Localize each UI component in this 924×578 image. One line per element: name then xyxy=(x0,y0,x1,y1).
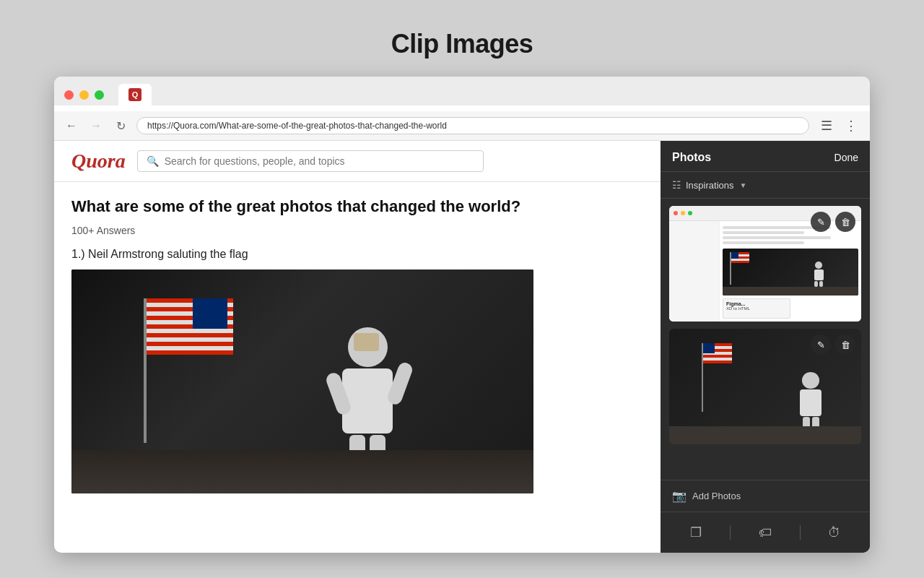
menu-lines-icon[interactable]: ☰ xyxy=(816,116,837,136)
toolbar-divider xyxy=(730,525,731,540)
photo-item-2: ✎ 🗑 xyxy=(669,329,861,444)
more-options-icon[interactable]: ⋮ xyxy=(841,116,861,136)
thumb-close-dot xyxy=(674,211,678,215)
chevron-down-icon: ▼ xyxy=(739,181,746,189)
answer-heading: 1.) Neil Armstrong saluting the flag xyxy=(71,248,650,261)
search-input[interactable] xyxy=(165,155,474,167)
minimize-button[interactable] xyxy=(79,90,89,100)
edit-photo-2-button[interactable]: ✎ xyxy=(811,335,831,355)
page-title: Clip Images xyxy=(391,29,533,59)
tag-tool-button[interactable]: 🏷 xyxy=(752,519,778,545)
add-photos-icon: 📷 xyxy=(672,489,687,503)
delete-photo-2-button[interactable]: 🗑 xyxy=(835,335,855,355)
quora-logo: Quora xyxy=(71,150,126,173)
thumb-content: Figma... XD to HTML xyxy=(669,221,861,322)
expand-tool-button[interactable]: ❐ xyxy=(683,519,709,545)
astronaut-helmet xyxy=(348,327,388,367)
photo-item-2-actions: ✎ 🗑 xyxy=(811,335,855,355)
quora-search[interactable]: 🔍 xyxy=(137,150,484,172)
moon-thumb-astronaut xyxy=(796,372,825,430)
astronaut-left-arm xyxy=(324,371,352,416)
maximize-button[interactable] xyxy=(95,90,104,100)
moon-surface-thumb xyxy=(669,426,861,444)
toolbar-divider-2 xyxy=(800,525,801,540)
refresh-button[interactable]: ↻ xyxy=(112,117,129,134)
photo-item-1-actions: ✎ 🗑 xyxy=(811,212,855,232)
browser-window: Q ← → ↻ ☰ ⋮ Quora 🔍 xyxy=(54,77,870,553)
photo-item-1: Figma... XD to HTML ✎ 🗑 xyxy=(669,206,861,322)
answers-count: 100+ Answers xyxy=(71,225,650,236)
browser-content: Quora 🔍 What are some of the great photo… xyxy=(54,141,870,553)
forward-button[interactable]: → xyxy=(87,117,105,134)
browser-toolbar: ← → ↻ ☰ ⋮ xyxy=(54,111,870,141)
photos-done-button[interactable]: Done xyxy=(834,152,858,163)
browser-titlebar: Q xyxy=(64,84,860,105)
moon-thumb-flag xyxy=(691,343,734,423)
panel-toolbar: ❐ 🏷 ⏱ xyxy=(661,512,870,553)
thumb-line xyxy=(723,241,804,244)
filter-grid-icon: ☷ xyxy=(672,179,681,191)
astronaut-figure xyxy=(331,327,404,457)
photos-filter-row[interactable]: ☷ Inspirations ▼ xyxy=(661,172,870,199)
add-photos-label: Add Photos xyxy=(692,491,741,501)
thumb-astronaut-helmet xyxy=(802,372,819,389)
astronaut-right-arm xyxy=(385,361,414,406)
photos-panel-header: Photos Done xyxy=(661,141,870,172)
photos-grid: Figma... XD to HTML ✎ 🗑 xyxy=(661,199,870,480)
search-icon: 🔍 xyxy=(147,155,159,167)
delete-photo-1-button[interactable]: 🗑 xyxy=(835,212,855,232)
clock-tool-button[interactable]: ⏱ xyxy=(821,519,847,545)
url-bar[interactable] xyxy=(136,117,809,134)
quora-article: What are some of the great photos that c… xyxy=(54,182,668,549)
moon-landing-image xyxy=(71,269,533,493)
thumb-astronaut-body xyxy=(800,389,821,417)
browser-tab[interactable]: Q xyxy=(118,84,152,105)
astronaut-body xyxy=(342,368,393,434)
filter-label: Inspirations xyxy=(686,180,733,191)
photos-panel: Photos Done ☷ Inspirations ▼ xyxy=(661,141,870,553)
article-title: What are some of the great photos that c… xyxy=(71,197,650,217)
close-button[interactable] xyxy=(64,90,74,100)
flag-stripes xyxy=(147,298,233,356)
photos-panel-title: Photos xyxy=(672,151,711,164)
browser-chrome: Q xyxy=(54,77,870,105)
thumb-sidebar xyxy=(669,221,720,322)
toolbar-actions: ☰ ⋮ xyxy=(816,116,861,136)
thumb-main: Figma... XD to HTML xyxy=(720,221,861,322)
thumb-max-dot xyxy=(688,211,692,215)
moon-surface xyxy=(71,450,533,493)
flag-area xyxy=(100,298,245,457)
back-button[interactable]: ← xyxy=(63,117,80,134)
thumb-line xyxy=(723,236,831,239)
thumb-min-dot xyxy=(681,211,685,215)
tab-favicon: Q xyxy=(128,88,141,101)
edit-photo-1-button[interactable]: ✎ xyxy=(811,212,831,232)
thumb-line xyxy=(723,231,804,234)
add-photos-row[interactable]: 📷 Add Photos xyxy=(661,480,870,512)
moon-thumb-flag-cloth xyxy=(703,343,732,363)
